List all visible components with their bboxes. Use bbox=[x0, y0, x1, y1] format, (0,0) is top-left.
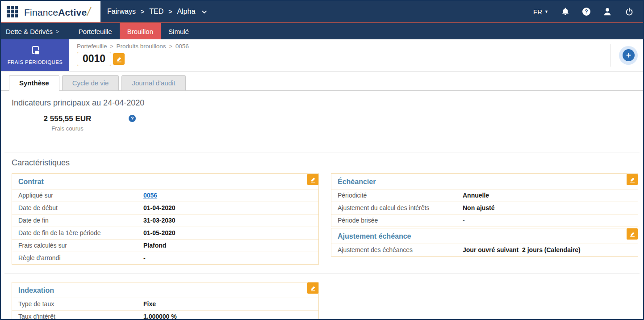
ajustement-rows: Ajustement des échéancesJour ouvré suiva… bbox=[331, 244, 638, 256]
field-row: Règle d'arrondi- bbox=[12, 252, 318, 264]
product-code-row: 0010 bbox=[77, 52, 189, 66]
app-grid-icon[interactable] bbox=[7, 6, 18, 17]
breadcrumb-subentity[interactable]: Alpha bbox=[177, 8, 195, 16]
crumb-0056[interactable]: 0056 bbox=[176, 43, 189, 50]
indicators-section: Indicateurs principaux au 24-04-2020 2 5… bbox=[1, 91, 643, 152]
contrat-panel: Contrat Appliqué sur0056Date de début01-… bbox=[12, 173, 319, 265]
notifications-bell-icon[interactable] bbox=[560, 7, 570, 17]
logout-power-icon[interactable] bbox=[624, 7, 634, 17]
field-row: Période brisée- bbox=[331, 214, 638, 227]
edit-code-button[interactable] bbox=[113, 53, 125, 65]
characteristics-section: Caractéristiques Contrat Appliqué sur005… bbox=[1, 152, 643, 274]
product-header-main: Portefeuille > Produits brouillons > 005… bbox=[69, 39, 189, 71]
app-window: FinanceActive/ Fairways > TED > Alpha FR… bbox=[0, 0, 644, 320]
echeancier-rows: PériodicitéAnnuelleAjustement du calcul … bbox=[331, 189, 638, 227]
chevron-right-icon: > bbox=[169, 43, 172, 50]
field-row: Date de début01-04-2020 bbox=[12, 202, 318, 214]
breadcrumb-client[interactable]: Fairways bbox=[107, 8, 136, 16]
product-breadcrumb: Portefeuille > Produits brouillons > 005… bbox=[77, 43, 189, 50]
field-label: Date de fin bbox=[18, 217, 143, 224]
module-selector[interactable]: Dette & Dérivés > bbox=[1, 23, 67, 39]
field-value: 01-05-2020 bbox=[143, 229, 176, 237]
logo-slash: / bbox=[87, 5, 90, 18]
logo-area[interactable]: FinanceActive/ bbox=[1, 1, 100, 22]
edit-echeancier-button[interactable] bbox=[627, 174, 638, 185]
nav-item-brouillon[interactable]: Brouillon bbox=[120, 23, 161, 39]
field-value: 01-04-2020 bbox=[143, 204, 176, 212]
field-row: Date de fin31-03-2030 bbox=[12, 214, 318, 227]
field-row: Date de fin de la 1ère période01-05-2020 bbox=[12, 227, 318, 239]
context-breadcrumb: Fairways > TED > Alpha bbox=[107, 1, 208, 22]
crumb-portefeuille[interactable]: Portefeuille bbox=[77, 43, 107, 50]
field-value: 31-03-2030 bbox=[143, 217, 176, 224]
field-label: Règle d'arrondi bbox=[18, 254, 143, 262]
contrat-panel-title: Contrat bbox=[12, 174, 318, 189]
vertical-divider bbox=[611, 44, 611, 67]
contrat-rows: Appliqué sur0056Date de début01-04-2020D… bbox=[12, 189, 318, 264]
indicator-value: 2 555,55 EUR bbox=[12, 114, 123, 123]
top-bar-actions: FR▼ ? bbox=[533, 1, 643, 22]
brand-logo: FinanceActive/ bbox=[24, 5, 91, 19]
tab-cycle-de-vie[interactable]: Cycle de vie bbox=[62, 75, 119, 91]
product-header: FRAIS PÉRIODIQUES Portefeuille > Produit… bbox=[1, 39, 643, 72]
field-label: Date de début bbox=[18, 204, 143, 212]
field-value: Plafond bbox=[143, 242, 166, 249]
indexation-column: Indexation Type de tauxFixeTaux d'intérê… bbox=[12, 282, 319, 319]
product-type-badge[interactable]: FRAIS PÉRIODIQUES bbox=[1, 39, 69, 71]
field-value: Jour ouvré suivant 2 jours (Calendaire) bbox=[463, 246, 581, 254]
indexation-section: Indexation Type de tauxFixeTaux d'intérê… bbox=[1, 274, 643, 319]
field-row: Frais calculés surPlafond bbox=[12, 239, 318, 252]
ajustement-echeance-panel: Ajustement échéance Ajustement des échéa… bbox=[331, 228, 638, 257]
field-label: Périodicité bbox=[338, 192, 463, 199]
ajustement-panel-title: Ajustement échéance bbox=[331, 228, 638, 244]
field-label: Ajustement du calcul des intérêts bbox=[338, 204, 463, 212]
accrued-fees-indicator: 2 555,55 EUR Frais courus bbox=[12, 114, 123, 132]
field-label: Frais calculés sur bbox=[18, 242, 143, 249]
chevron-right-icon: > bbox=[110, 43, 113, 50]
add-product-button[interactable] bbox=[619, 46, 638, 65]
field-row: Ajustement du calcul des intérêtsNon aju… bbox=[331, 202, 638, 214]
top-bar: FinanceActive/ Fairways > TED > Alpha FR… bbox=[1, 1, 643, 22]
chevron-down-icon[interactable] bbox=[201, 8, 208, 15]
field-value: 1,000000 % bbox=[143, 313, 177, 319]
indicator-caption: Frais courus bbox=[12, 125, 123, 132]
nav-item-portefeuille[interactable]: Portefeuille bbox=[71, 23, 120, 39]
field-value: Non ajusté bbox=[463, 204, 495, 212]
edit-pencil-icon bbox=[310, 285, 316, 291]
caret-down-icon: ▼ bbox=[544, 9, 548, 14]
field-value-link[interactable]: 0056 bbox=[143, 192, 157, 199]
edit-pencil-icon bbox=[629, 177, 636, 183]
user-account-icon[interactable] bbox=[602, 7, 612, 17]
field-row: Type de tauxFixe bbox=[12, 298, 318, 310]
plus-icon bbox=[623, 49, 635, 61]
crumb-produits-brouillons[interactable]: Produits brouillons bbox=[117, 43, 166, 50]
edit-ajustement-button[interactable] bbox=[627, 228, 638, 240]
echeancier-panel: Échéancier PériodicitéAnnuelleAjustement… bbox=[331, 173, 638, 227]
document-copy-icon bbox=[29, 46, 42, 57]
tab-bar: Synthèse Cycle de vie Journal d'audit bbox=[1, 72, 643, 91]
edit-contrat-button[interactable] bbox=[307, 174, 318, 185]
edit-pencil-icon bbox=[629, 231, 636, 237]
field-label: Appliqué sur bbox=[18, 192, 143, 199]
help-icon[interactable]: ? bbox=[129, 115, 136, 122]
indicator-row: 2 555,55 EUR Frais courus ? bbox=[12, 114, 632, 132]
product-header-actions bbox=[611, 39, 643, 71]
left-column: Contrat Appliqué sur0056Date de début01-… bbox=[12, 173, 319, 265]
field-row: Appliqué sur0056 bbox=[12, 189, 318, 202]
breadcrumb-entity[interactable]: TED bbox=[149, 8, 163, 16]
right-column: Échéancier PériodicitéAnnuelleAjustement… bbox=[331, 173, 638, 265]
nav-item-simule[interactable]: Simulé bbox=[161, 23, 197, 39]
edit-indexation-button[interactable] bbox=[307, 282, 318, 294]
field-label: Taux d'intérêt bbox=[18, 313, 143, 319]
module-nav-items: Portefeuille Brouillon Simulé bbox=[71, 23, 197, 39]
tab-journal-audit[interactable]: Journal d'audit bbox=[121, 75, 185, 91]
field-row: Taux d'intérêt1,000000 % bbox=[12, 310, 318, 319]
help-icon[interactable]: ? bbox=[582, 8, 590, 16]
main-content: Indicateurs principaux au 24-04-2020 2 5… bbox=[1, 91, 643, 319]
echeancier-panel-title: Échéancier bbox=[331, 174, 638, 189]
indicators-title: Indicateurs principaux au 24-04-2020 bbox=[12, 98, 632, 108]
tab-synthese[interactable]: Synthèse bbox=[9, 75, 59, 91]
language-selector[interactable]: FR▼ bbox=[533, 8, 548, 16]
characteristics-grid: Contrat Appliqué sur0056Date de début01-… bbox=[12, 173, 632, 265]
product-code: 0010 bbox=[77, 52, 111, 66]
